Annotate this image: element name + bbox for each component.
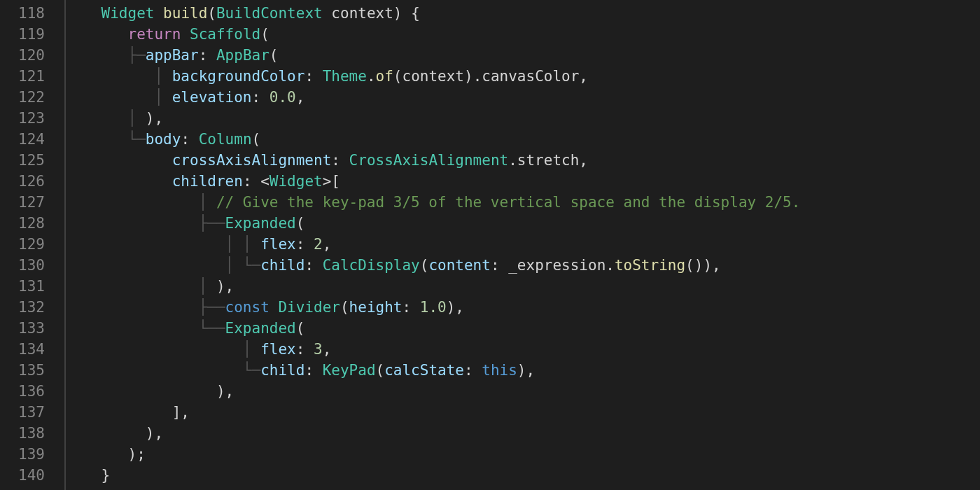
code-token: Theme xyxy=(323,68,367,85)
code-token: canvasColor xyxy=(482,68,579,85)
code-token: : xyxy=(296,341,314,358)
code-line[interactable]: return Scaffold( xyxy=(66,24,980,45)
code-token: ( xyxy=(376,362,385,379)
code-token: } xyxy=(102,467,111,484)
code-token: ( xyxy=(296,215,305,232)
code-token: CrossAxisAlignment xyxy=(349,152,509,169)
code-line[interactable]: └─body: Column( xyxy=(66,129,980,150)
code-token: Expanded xyxy=(225,320,296,337)
code-token: children xyxy=(172,173,243,190)
indent-guide: │ xyxy=(66,89,172,106)
code-token: flex xyxy=(260,341,296,358)
code-line[interactable]: ├──Expanded( xyxy=(66,213,980,234)
indent-guide xyxy=(66,467,102,484)
code-token: toString xyxy=(615,257,685,274)
code-token: ), xyxy=(517,362,535,379)
indent-guide: │ └─ xyxy=(66,257,260,274)
code-token: calcState xyxy=(384,362,464,379)
code-line[interactable]: └─child: KeyPad(calcState: this), xyxy=(66,360,980,381)
code-token: child xyxy=(260,362,304,379)
indent-guide: ├── xyxy=(66,215,225,232)
line-number: 138 xyxy=(0,423,45,444)
indent-guide: └─ xyxy=(66,362,260,379)
indent-guide: │ │ xyxy=(66,236,260,253)
code-line[interactable]: ├─appBar: AppBar( xyxy=(66,45,980,66)
indent-guide: │ xyxy=(66,278,216,295)
indent-guide xyxy=(66,26,128,43)
line-number: 140 xyxy=(0,465,45,486)
indent-guide: └─ xyxy=(66,131,146,148)
code-editor[interactable]: 1181191201211221231241251261271281291301… xyxy=(0,0,980,490)
code-line[interactable]: │ ), xyxy=(66,108,980,129)
code-token: ), xyxy=(447,299,464,316)
code-token: . xyxy=(367,68,376,85)
line-number: 125 xyxy=(0,150,45,171)
indent-guide: │ xyxy=(66,194,216,211)
code-line[interactable]: │ // Give the key-pad 3/5 of the vertica… xyxy=(66,192,980,213)
code-token: ), xyxy=(146,425,163,442)
code-token: : < xyxy=(243,173,270,190)
code-token: ( xyxy=(260,26,270,43)
code-line[interactable]: ], xyxy=(66,402,980,423)
line-number: 122 xyxy=(0,87,45,108)
code-token: backgroundColor xyxy=(172,68,305,85)
code-token: height xyxy=(349,299,402,316)
code-line[interactable]: ), xyxy=(66,381,980,402)
code-token: CalcDisplay xyxy=(323,257,420,274)
code-line[interactable]: │ └─child: CalcDisplay(content: _express… xyxy=(66,255,980,276)
code-line[interactable]: │ backgroundColor: Theme.of(context).can… xyxy=(66,66,980,87)
code-line[interactable]: │ ), xyxy=(66,276,980,297)
code-line[interactable]: └──Expanded( xyxy=(66,318,980,339)
code-token: 0.0 xyxy=(270,89,296,106)
code-token: content xyxy=(428,257,491,274)
code-token: : _expression. xyxy=(491,257,615,274)
code-token: KeyPad xyxy=(323,362,376,379)
code-line[interactable]: ), xyxy=(66,423,980,444)
code-token: 2 xyxy=(314,236,323,253)
code-line[interactable]: Widget build(BuildContext context) { xyxy=(66,3,980,24)
line-number: 136 xyxy=(0,381,45,402)
code-token: const xyxy=(225,299,279,316)
indent-guide xyxy=(66,173,172,190)
code-token: flex xyxy=(260,236,296,253)
code-token: Column xyxy=(199,131,252,148)
code-token: return xyxy=(128,26,190,43)
code-line[interactable]: │ │ flex: 2, xyxy=(66,234,980,255)
line-number-gutter: 1181191201211221231241251261271281291301… xyxy=(0,0,64,490)
code-token: ( xyxy=(270,47,279,64)
code-token: appBar xyxy=(146,47,199,64)
code-token: : xyxy=(252,89,270,106)
code-token: , xyxy=(323,236,332,253)
code-line[interactable]: } xyxy=(66,465,980,486)
code-token: ( xyxy=(420,257,429,274)
line-number: 127 xyxy=(0,192,45,213)
code-line[interactable]: ├──const Divider(height: 1.0), xyxy=(66,297,980,318)
indent-guide: │ xyxy=(66,110,146,127)
code-content[interactable]: Widget build(BuildContext context) { ret… xyxy=(66,0,980,490)
code-token: BuildContext xyxy=(216,5,331,22)
code-token: Expanded xyxy=(225,215,296,232)
indent-guide xyxy=(66,152,172,169)
code-line[interactable]: crossAxisAlignment: CrossAxisAlignment.s… xyxy=(66,150,980,171)
code-line[interactable]: ); xyxy=(66,444,980,465)
code-token: Divider xyxy=(278,299,340,316)
code-line[interactable]: children: <Widget>[ xyxy=(66,171,980,192)
indent-guide xyxy=(66,383,216,400)
code-token: , xyxy=(323,341,332,358)
line-number: 124 xyxy=(0,129,45,150)
line-number: 131 xyxy=(0,276,45,297)
code-token: ( xyxy=(340,299,349,316)
code-token: , xyxy=(296,89,305,106)
code-token: : xyxy=(304,68,322,85)
code-token: : xyxy=(296,236,314,253)
code-token: ), xyxy=(146,110,163,127)
code-line[interactable]: │ flex: 3, xyxy=(66,339,980,360)
code-token: ( xyxy=(207,5,216,22)
code-token: this xyxy=(482,362,517,379)
line-number: 126 xyxy=(0,171,45,192)
code-token: ( xyxy=(252,131,261,148)
line-number: 133 xyxy=(0,318,45,339)
code-token: .stretch, xyxy=(508,152,588,169)
line-number: 129 xyxy=(0,234,45,255)
code-line[interactable]: │ elevation: 0.0, xyxy=(66,87,980,108)
